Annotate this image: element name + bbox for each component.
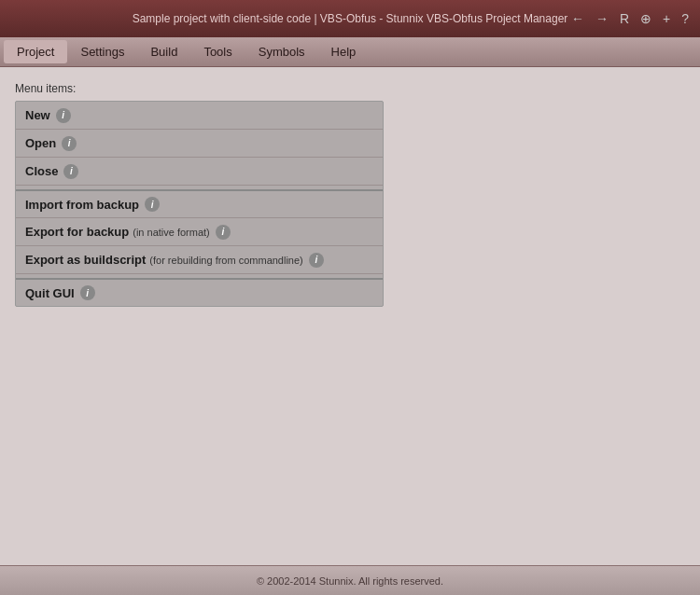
menu-item-import-backup[interactable]: Import from backup i xyxy=(16,189,383,218)
window-title: Sample project with client-side code | V… xyxy=(133,12,568,25)
close-info-icon[interactable]: i xyxy=(63,164,78,179)
import-backup-info-icon[interactable]: i xyxy=(145,197,160,212)
footer-text: © 2002-2014 Stunnix. All rights reserved… xyxy=(257,575,443,587)
main-area: Menu items: New i Open i Close i Import … xyxy=(0,67,700,565)
nav-back-button[interactable]: ← xyxy=(567,9,588,28)
title-bar: Sample project with client-side code | V… xyxy=(0,0,700,37)
menu-item-quit[interactable]: Quit GUI i xyxy=(16,278,383,306)
menu-item-export-backup[interactable]: Export for backup (in native format) i xyxy=(16,218,383,246)
menu-item-new[interactable]: New i xyxy=(16,102,383,130)
menu-item-export-buildscript[interactable]: Export as buildscript (for rebuilding fr… xyxy=(16,246,383,274)
menu-project[interactable]: Project xyxy=(4,40,67,63)
menu-build[interactable]: Build xyxy=(137,40,190,63)
add-tab-button[interactable]: ⊕ xyxy=(637,9,655,28)
quit-info-icon[interactable]: i xyxy=(80,285,95,300)
nav-forward-button[interactable]: → xyxy=(592,9,612,28)
menu-help[interactable]: Help xyxy=(318,40,370,63)
menu-items-list: New i Open i Close i Import from backup … xyxy=(15,101,384,307)
menu-bar: Project Settings Build Tools Symbols Hel… xyxy=(0,37,700,67)
help-button[interactable]: ? xyxy=(678,9,693,28)
reload-button[interactable]: R xyxy=(616,9,633,28)
export-buildscript-info-icon[interactable]: i xyxy=(309,253,324,268)
new-info-icon[interactable]: i xyxy=(56,108,71,123)
menu-settings[interactable]: Settings xyxy=(67,40,137,63)
title-bar-buttons: ← → R ⊕ + ? xyxy=(567,9,693,28)
footer: © 2002-2014 Stunnix. All rights reserved… xyxy=(0,565,700,595)
open-info-icon[interactable]: i xyxy=(62,136,77,151)
menu-item-close[interactable]: Close i xyxy=(16,158,383,186)
menu-symbols[interactable]: Symbols xyxy=(245,40,318,63)
export-backup-info-icon[interactable]: i xyxy=(216,225,231,240)
menu-item-open[interactable]: Open i xyxy=(16,130,383,158)
zoom-button[interactable]: + xyxy=(659,9,674,28)
menu-tools[interactable]: Tools xyxy=(190,40,245,63)
section-label: Menu items: xyxy=(15,82,685,95)
